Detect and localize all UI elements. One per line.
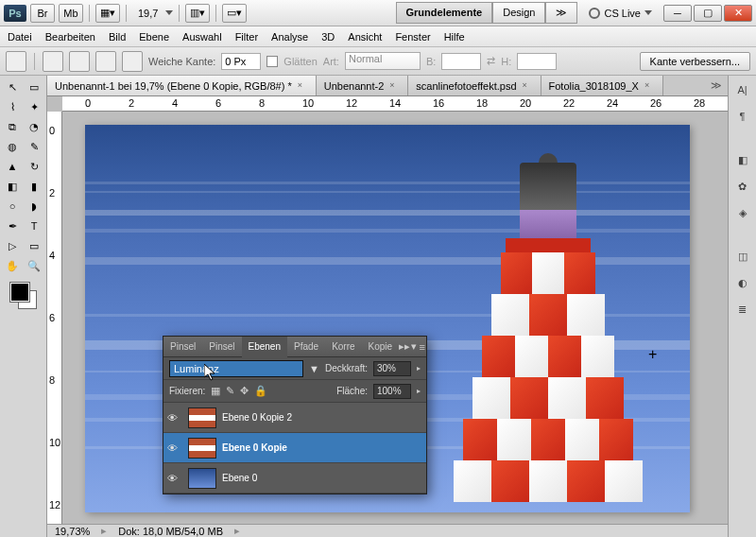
maximize-button[interactable]: ▢ xyxy=(694,5,722,22)
menu-hilfe[interactable]: Hilfe xyxy=(444,31,465,43)
marquee-sub-icon[interactable] xyxy=(95,51,116,72)
character-panel-icon[interactable]: A| xyxy=(732,79,753,100)
zoom-control[interactable]: 19,7 xyxy=(132,8,173,19)
layer-row[interactable]: 👁Ebene 0 xyxy=(163,463,426,494)
layer-row[interactable]: 👁Ebene 0 Kopie xyxy=(163,433,426,463)
panel-tab-kopie[interactable]: Kopie xyxy=(362,337,400,357)
crop-tool[interactable]: ⧉ xyxy=(2,117,23,136)
extras-button[interactable]: ▭▾ xyxy=(222,4,247,23)
bridge-button[interactable]: Br xyxy=(30,4,55,23)
lock-all-icon[interactable]: 🔒 xyxy=(254,385,267,397)
layer-name[interactable]: Ebene 0 Kopie 2 xyxy=(222,412,292,423)
marquee-tool[interactable]: ▭ xyxy=(24,78,44,96)
styles-panel-icon[interactable]: ◈ xyxy=(732,202,753,223)
blur-tool[interactable]: ○ xyxy=(2,197,23,216)
panel-tab-pfade[interactable]: Pfade xyxy=(287,337,325,357)
document-tab[interactable]: Unbenannt-1 bei 19,7% (Ebene 0 Kopie, RG… xyxy=(47,76,317,95)
menu-bild[interactable]: Bild xyxy=(109,31,126,43)
panel-tab-ebenen[interactable]: Ebenen xyxy=(242,337,287,357)
close-icon[interactable]: × xyxy=(523,80,533,91)
menu-ansicht[interactable]: Ansicht xyxy=(348,31,382,43)
shape-tool[interactable]: ▭ xyxy=(24,236,44,255)
panel-menu-icon[interactable]: ≡ xyxy=(419,341,426,353)
close-button[interactable]: ✕ xyxy=(724,5,752,22)
minimize-button[interactable]: ─ xyxy=(663,5,692,22)
eyedrop-tool[interactable]: ◔ xyxy=(24,117,44,136)
document-tab[interactable]: Unbenannt-2× xyxy=(317,76,409,95)
close-icon[interactable]: × xyxy=(644,80,655,91)
visibility-icon[interactable]: 👁 xyxy=(167,412,182,424)
opacity-input[interactable]: 30% xyxy=(373,361,411,376)
style-select[interactable]: Normal xyxy=(345,52,421,70)
fill-input[interactable]: 100% xyxy=(373,384,411,399)
minibridge-button[interactable]: Mb xyxy=(59,4,83,23)
gradient-tool[interactable]: ▮ xyxy=(24,177,44,196)
close-icon[interactable]: × xyxy=(298,80,308,91)
paragraph-panel-icon[interactable]: ¶ xyxy=(732,106,753,127)
menu-auswahl[interactable]: Auswahl xyxy=(182,31,222,43)
wand-tool[interactable]: ✦ xyxy=(24,97,44,116)
menu-filter[interactable]: Filter xyxy=(235,31,258,43)
panel-tab-pinsel[interactable]: Pinsel xyxy=(163,337,202,357)
blend-mode-select[interactable]: Luminanz xyxy=(169,360,303,377)
menu-ebene[interactable]: Ebene xyxy=(139,31,169,43)
adjustments-panel-icon[interactable]: ◐ xyxy=(732,272,753,293)
lock-move-icon[interactable]: ✥ xyxy=(240,385,249,397)
swatches-panel-icon[interactable]: ◧ xyxy=(732,149,753,170)
panel-tab-pinsel[interactable]: Pinsel xyxy=(202,337,241,357)
menu-fenster[interactable]: Fenster xyxy=(395,31,430,43)
menu-3d[interactable]: 3D xyxy=(321,31,335,43)
lock-transparent-icon[interactable]: ▦ xyxy=(211,385,220,397)
dodge-tool[interactable]: ◗ xyxy=(24,197,44,216)
pen-tool[interactable]: ✒ xyxy=(2,217,23,235)
layer-name[interactable]: Ebene 0 Kopie xyxy=(222,442,287,453)
refine-edge-button[interactable]: Kante verbessern... xyxy=(640,52,750,71)
brush-tool[interactable]: ✎ xyxy=(24,137,44,156)
marquee-add-icon[interactable] xyxy=(69,51,90,72)
zoom-tool[interactable]: 🔍 xyxy=(24,256,44,275)
lock-paint-icon[interactable]: ✎ xyxy=(226,385,234,397)
feather-input[interactable] xyxy=(221,53,261,70)
workspace-tab-design[interactable]: Design xyxy=(492,2,545,24)
marquee-int-icon[interactable] xyxy=(122,51,143,72)
navigator-panel-icon[interactable]: ◫ xyxy=(732,246,753,267)
tool-preset-icon[interactable] xyxy=(6,51,26,72)
type-tool[interactable]: T xyxy=(24,217,44,235)
panel-tab-korre[interactable]: Korre xyxy=(325,337,361,357)
lasso-tool[interactable]: ⌇ xyxy=(2,97,23,116)
arrange-button[interactable]: ▥▾ xyxy=(185,4,210,23)
brushes-panel-icon[interactable]: ✿ xyxy=(732,176,753,197)
layers-panel[interactable]: PinselPinselEbenenPfadeKorreKopie▸▸▾≡ Lu… xyxy=(163,336,427,494)
history-tool[interactable]: ↻ xyxy=(24,157,44,176)
foreground-color[interactable] xyxy=(10,283,29,302)
cslive-button[interactable]: CS Live xyxy=(589,8,652,19)
status-zoom[interactable]: 19,73% xyxy=(55,526,90,537)
workspace-tab-essentials[interactable]: Grundelemente xyxy=(396,2,493,24)
tabs-overflow[interactable]: ≫ xyxy=(705,79,728,92)
layer-thumbnail[interactable] xyxy=(188,438,216,459)
stamp-tool[interactable]: ▲ xyxy=(2,157,23,176)
panel-menu-icon[interactable]: ▾ xyxy=(410,340,418,353)
layer-thumbnail[interactable] xyxy=(188,468,216,489)
panel-menu-icon[interactable]: ▸▸ xyxy=(399,340,410,353)
move-tool[interactable]: ↖ xyxy=(2,78,23,96)
status-doc[interactable]: Dok: 18,0 MB/54,0 MB xyxy=(118,526,223,537)
color-swatch[interactable] xyxy=(10,283,37,309)
path-tool[interactable]: ▷ xyxy=(2,236,23,255)
layer-thumbnail[interactable] xyxy=(188,407,216,428)
visibility-icon[interactable]: 👁 xyxy=(167,442,182,454)
layer-name[interactable]: Ebene 0 xyxy=(222,473,257,483)
document-tab[interactable]: scanlinefotoeffekt.psd× xyxy=(408,76,541,95)
heal-tool[interactable]: ◍ xyxy=(2,137,23,156)
layers-panel-icon[interactable]: ≣ xyxy=(732,299,753,320)
hand-tool[interactable]: ✋ xyxy=(2,256,23,275)
menu-analyse[interactable]: Analyse xyxy=(271,31,308,43)
eraser-tool[interactable]: ◧ xyxy=(2,177,23,196)
workspace-more[interactable]: ≫ xyxy=(545,2,577,24)
marquee-rect-icon[interactable] xyxy=(43,51,63,72)
layer-row[interactable]: 👁Ebene 0 Kopie 2 xyxy=(163,403,426,433)
document-tab[interactable]: Fotolia_3018109_X × xyxy=(541,76,663,95)
close-icon[interactable]: × xyxy=(389,80,400,91)
screenmode-button[interactable]: ▦▾ xyxy=(95,4,120,23)
visibility-icon[interactable]: 👁 xyxy=(167,473,182,484)
